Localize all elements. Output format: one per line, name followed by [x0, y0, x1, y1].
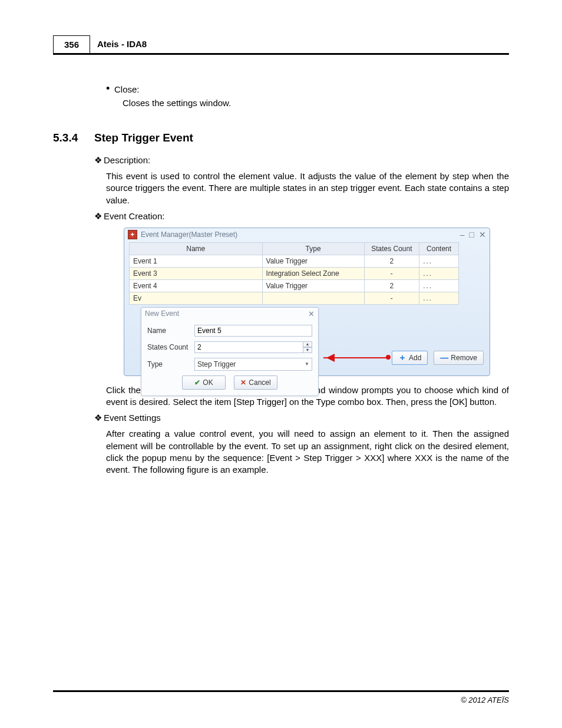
window-title: Event Manager(Master Preset)	[141, 230, 455, 239]
minus-icon: —	[440, 353, 448, 363]
app-icon: ✦	[128, 230, 137, 239]
cell-name: Event 4	[130, 279, 263, 292]
new-event-popup: New Event ✕ Name States Count	[141, 307, 319, 396]
cell-states: -	[364, 267, 419, 279]
popup-titlebar: New Event ✕	[141, 308, 318, 320]
window-titlebar: ✦ Event Manager(Master Preset) – □ ✕	[124, 228, 490, 241]
description-text: This event is used to control the elemen…	[106, 170, 509, 206]
cell-states: -	[364, 292, 419, 304]
section-heading: 5.3.4 Step Trigger Event	[53, 131, 509, 144]
table-header-row: Name Type States Count Content	[130, 242, 459, 255]
remove-button[interactable]: — Remove	[434, 351, 484, 365]
name-label: Name	[147, 327, 194, 335]
spinner-up-icon[interactable]: ▲	[303, 341, 312, 347]
cancel-button[interactable]: ✕ Cancel	[234, 375, 277, 390]
diamond-icon: ❖	[94, 155, 104, 166]
section-number: 5.3.4	[53, 131, 94, 144]
check-icon: ✔	[194, 378, 200, 387]
cell-type: Value Trigger	[262, 255, 364, 267]
diamond-icon: ❖	[94, 211, 104, 222]
cell-type: Value Trigger	[262, 279, 364, 292]
event-settings-label: Event Settings	[104, 413, 161, 423]
add-remove-area: ＋ Add — Remove	[323, 351, 484, 365]
close-label: Close:	[114, 84, 140, 94]
cell-type	[262, 292, 364, 304]
col-content[interactable]: Content	[419, 242, 459, 255]
type-select[interactable]: Step Trigger ▼	[194, 358, 312, 371]
minimize-icon[interactable]: –	[460, 230, 465, 239]
event-manager-window: ✦ Event Manager(Master Preset) – □ ✕ Nam…	[124, 228, 490, 376]
table-row[interactable]: Event 1 Value Trigger 2 ...	[130, 255, 459, 267]
red-arrow-icon	[323, 357, 388, 358]
ok-label: OK	[203, 378, 213, 387]
popup-title-text: New Event	[145, 309, 179, 318]
remove-label: Remove	[451, 354, 477, 362]
event-settings-heading: ❖ Event Settings	[94, 413, 509, 423]
event-manager-screenshot: ✦ Event Manager(Master Preset) – □ ✕ Nam…	[124, 228, 492, 376]
cell-type: Integration Select Zone	[262, 267, 364, 279]
plus-icon: ＋	[398, 353, 406, 363]
footer-copyright: © 2012 ATEÏS	[53, 690, 509, 704]
cell-name: Ev	[130, 292, 263, 304]
x-icon: ✕	[240, 378, 246, 387]
cell-name: Event 3	[130, 267, 263, 279]
cell-content[interactable]: ...	[419, 292, 459, 304]
table-row[interactable]: Ev - ...	[130, 292, 459, 304]
states-spinner[interactable]: ▲ ▼	[194, 341, 312, 353]
section-title: Step Trigger Event	[94, 131, 193, 144]
ok-button[interactable]: ✔ OK	[182, 375, 226, 390]
event-settings-text: After creating a value control event, yo…	[106, 428, 509, 476]
close-item: • Close:	[106, 84, 509, 94]
add-button[interactable]: ＋ Add	[392, 351, 428, 365]
table-row[interactable]: Event 3 Integration Select Zone - ...	[130, 267, 459, 279]
states-input[interactable]	[194, 341, 303, 353]
page-number: 356	[53, 35, 90, 53]
cell-states: 2	[364, 279, 419, 292]
header-title: Ateis - IDA8	[90, 35, 154, 53]
event-creation-heading: ❖ Event Creation:	[94, 211, 509, 222]
col-name[interactable]: Name	[130, 242, 263, 255]
cell-name: Event 1	[130, 255, 263, 267]
table-row[interactable]: Event 4 Value Trigger 2 ...	[130, 279, 459, 292]
col-states[interactable]: States Count	[364, 242, 419, 255]
close-icon[interactable]: ✕	[479, 230, 486, 239]
add-label: Add	[409, 354, 421, 362]
type-label: Type	[147, 360, 194, 368]
description-heading: ❖ Description:	[94, 155, 509, 166]
cancel-label: Cancel	[249, 378, 270, 387]
page-header: 356 Ateis - IDA8	[53, 35, 509, 55]
spinner-down-icon[interactable]: ▼	[303, 347, 312, 353]
cell-content[interactable]: ...	[419, 279, 459, 292]
cell-states: 2	[364, 255, 419, 267]
states-label: States Count	[147, 343, 194, 351]
popup-close-icon[interactable]: ✕	[308, 309, 315, 318]
description-label: Description:	[104, 155, 150, 166]
chevron-down-icon: ▼	[305, 361, 309, 367]
name-input[interactable]	[194, 325, 312, 337]
close-description: Closes the settings window.	[123, 98, 509, 108]
cell-content[interactable]: ...	[419, 255, 459, 267]
diamond-icon: ❖	[94, 413, 104, 423]
maximize-icon[interactable]: □	[470, 230, 474, 239]
type-value: Step Trigger	[197, 360, 236, 368]
cell-content[interactable]: ...	[419, 267, 459, 279]
bullet-icon: •	[106, 84, 114, 94]
col-type[interactable]: Type	[262, 242, 364, 255]
event-table: Name Type States Count Content Event 1 V…	[129, 242, 459, 305]
event-creation-label: Event Creation:	[104, 211, 164, 222]
